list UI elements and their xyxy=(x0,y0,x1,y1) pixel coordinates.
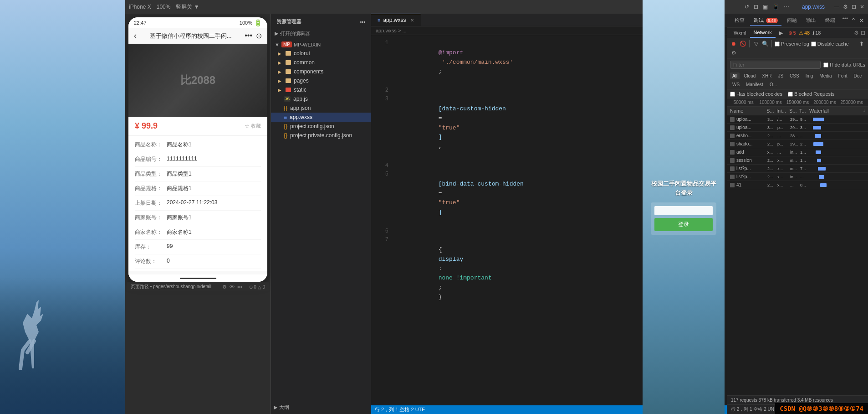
disable-cache-label[interactable]: Disable cache xyxy=(811,41,849,47)
tab-network-more[interactable]: ▶ xyxy=(776,28,786,38)
type-ws[interactable]: WS xyxy=(730,81,742,88)
devtools-title-tabs: 检查 调试 5,48 问题 输出 终端 ••• xyxy=(731,16,848,26)
tab-debug[interactable]: 调试 5,48 xyxy=(750,16,781,26)
file-appjs[interactable]: JS app.js xyxy=(271,94,371,104)
record-btn[interactable]: ⏺ xyxy=(730,40,737,47)
type-font[interactable]: Font xyxy=(836,72,850,79)
path-settings-icon[interactable]: ⚙ xyxy=(222,284,227,290)
folder-colorui[interactable]: ▶ colorui xyxy=(271,49,371,58)
row-t: 1... xyxy=(800,150,810,155)
filter-btn[interactable]: ▽ xyxy=(752,40,760,47)
path-eye-icon[interactable]: 👁 xyxy=(230,284,235,290)
device-icon[interactable]: 📱 xyxy=(772,4,779,10)
maximize-icon[interactable]: ⊡ xyxy=(852,4,856,10)
minimize-icon[interactable]: — xyxy=(834,4,839,10)
tab-inspect[interactable]: 检查 xyxy=(731,16,748,26)
refresh-icon[interactable]: ↺ xyxy=(745,4,749,10)
row-s2: 29... xyxy=(790,117,800,122)
tab-close-icon[interactable]: ✕ xyxy=(410,18,414,23)
explorer-more-icon[interactable]: ••• xyxy=(360,19,365,25)
clear-btn[interactable]: 🚫 xyxy=(739,40,746,47)
row-icon xyxy=(730,183,735,187)
row-t: 3... xyxy=(800,125,810,130)
network-row[interactable]: 41 2... x... ... 8... xyxy=(727,181,868,189)
folder-components[interactable]: ▶ components xyxy=(271,67,371,76)
open-editors-header[interactable]: ▶ 打开的编辑器 xyxy=(271,29,371,38)
has-blocked-cookies-text: Has blocked cookies xyxy=(736,91,782,97)
blocked-requests-label[interactable]: Blocked Requests xyxy=(788,91,835,97)
disable-cache-checkbox[interactable] xyxy=(811,41,816,47)
file-projectconfig[interactable]: {} project.config.json xyxy=(271,122,371,131)
settings-btn[interactable]: ⚙ xyxy=(730,49,737,57)
network-row[interactable]: ersho... 2... ... 28... ... xyxy=(727,132,868,140)
open-editors-label: 打开的编辑器 xyxy=(280,30,310,37)
filter-input[interactable] xyxy=(730,61,821,69)
chevron-up-icon[interactable]: ⌃ xyxy=(851,17,856,24)
tab-output[interactable]: 输出 xyxy=(802,16,820,26)
hide-data-urls-label[interactable]: Hide data URLs xyxy=(823,62,865,67)
type-all[interactable]: All xyxy=(730,72,740,79)
nav-home-btn[interactable]: ⊙ xyxy=(256,31,262,40)
col-s: S... xyxy=(766,108,776,114)
login-input[interactable] xyxy=(654,206,713,215)
devtools-toolbar-1: ⏺ 🚫 ▽ 🔍 Preserve log Disable cache ⬆ ⚙ xyxy=(727,38,868,59)
price-bar: ¥ 99.9 ☆ 收藏 xyxy=(128,117,267,136)
folder-common[interactable]: ▶ common xyxy=(271,58,371,67)
phone-bottom-bar xyxy=(128,271,267,274)
blocked-requests-checkbox[interactable] xyxy=(788,92,793,97)
tab-terminal[interactable]: 终端 xyxy=(822,16,839,26)
network-row[interactable]: add x... ... in... 1... xyxy=(727,148,868,156)
path-more-icon[interactable]: ••• xyxy=(237,284,243,290)
type-cloud[interactable]: Cloud xyxy=(741,72,758,79)
close-icon[interactable]: ✕ xyxy=(860,4,864,10)
type-doc[interactable]: Doc xyxy=(852,72,864,79)
preserve-log-label[interactable]: Preserve log xyxy=(775,41,809,47)
tab-wxml[interactable]: Wxml xyxy=(730,28,750,37)
layout-icon[interactable]: ▣ xyxy=(763,4,768,10)
panel-close-icon[interactable]: ✕ xyxy=(859,17,864,24)
more-tabs-icon[interactable]: ••• xyxy=(842,16,848,26)
preserve-log-checkbox[interactable] xyxy=(775,41,780,47)
settings-gear-icon[interactable]: ⚙ xyxy=(854,30,859,36)
type-img[interactable]: Img xyxy=(803,72,816,79)
tab-network[interactable]: Network xyxy=(750,28,776,38)
nav-back-btn[interactable]: ‹ xyxy=(134,31,137,41)
orientation-btn[interactable]: 竖屏关 ▼ xyxy=(176,3,199,11)
collect-btn[interactable]: ☆ 收藏 xyxy=(245,123,261,129)
has-blocked-cookies-label[interactable]: Has blocked cookies xyxy=(730,91,782,97)
network-row[interactable]: uploa... 3... p... 29... 3... xyxy=(727,124,868,132)
network-row[interactable]: list?p... 2... x... in... 7... xyxy=(727,165,868,173)
tab-appwxss[interactable]: ≡ app.wxss ✕ xyxy=(371,14,421,26)
inspect-icon[interactable]: ⊡ xyxy=(754,4,758,10)
sort-icon[interactable]: ↕ xyxy=(863,108,865,114)
network-row[interactable]: uploa... 3... /... 29... 9... xyxy=(727,115,868,124)
undock-icon[interactable]: ⊡ xyxy=(861,30,865,36)
import-btn[interactable]: ⬆ xyxy=(858,40,865,47)
has-blocked-cookies-checkbox[interactable] xyxy=(730,92,735,97)
line-num-2: 2 xyxy=(375,86,388,95)
folder-static[interactable]: ▶ static xyxy=(271,85,371,94)
detail-value: 商家名称1 xyxy=(167,228,261,236)
tab-issues[interactable]: 问题 xyxy=(783,16,801,26)
settings-icon[interactable]: ⚙ xyxy=(843,4,848,10)
file-appjson[interactable]: {} app.json xyxy=(271,104,371,113)
folder-pages[interactable]: ▶ pages xyxy=(271,76,371,85)
file-projectprivate[interactable]: {} project.private.config.json xyxy=(271,131,371,140)
type-other[interactable]: O... xyxy=(767,81,779,88)
search-network-btn[interactable]: 🔍 xyxy=(761,40,769,47)
network-row[interactable]: shado... 2... p... 29... 2... xyxy=(727,140,868,148)
type-manifest[interactable]: Manifest xyxy=(744,81,766,88)
network-row[interactable]: session 2... x... in... 1... xyxy=(727,156,868,165)
type-js[interactable]: JS xyxy=(776,72,786,79)
more-icon[interactable]: ⋯ xyxy=(784,4,789,10)
outline-section[interactable]: ▶ 大纲 xyxy=(271,403,371,412)
login-button[interactable]: 登录 xyxy=(654,218,713,231)
nav-more-btn[interactable]: ••• xyxy=(245,31,252,40)
network-row[interactable]: list?p... 2... x... in... ... xyxy=(727,173,868,181)
type-media[interactable]: Media xyxy=(817,72,834,79)
hide-data-urls-checkbox[interactable] xyxy=(823,62,828,67)
project-header[interactable]: ▼ MP MP-WEIXIN xyxy=(271,40,371,49)
type-css[interactable]: CSS xyxy=(787,72,802,79)
type-xhr[interactable]: XHR xyxy=(760,72,774,79)
file-appwxss[interactable]: ≡ app.wxss xyxy=(271,113,371,122)
